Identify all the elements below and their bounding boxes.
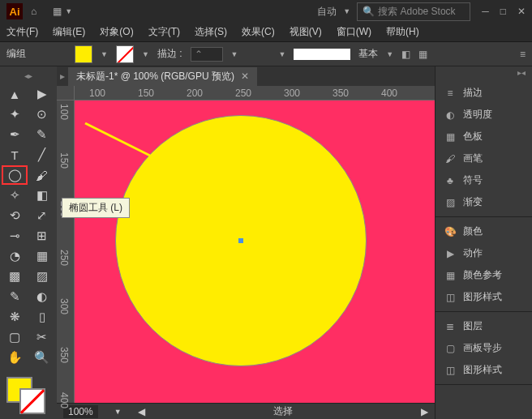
panel-layers[interactable]: ≣图层: [435, 315, 532, 337]
type-tool[interactable]: T: [2, 145, 28, 165]
menu-edit[interactable]: 编辑(E): [53, 25, 85, 39]
document-tab[interactable]: 未标题-1* @ 100% (RGB/GPU 预览) ✕: [68, 67, 257, 86]
zoom-tool[interactable]: 🔍: [29, 348, 55, 367]
tab-close-icon[interactable]: ✕: [241, 71, 249, 82]
vertical-ruler: 100 150 200 250 300 350 400: [57, 100, 75, 403]
nav-prev-icon[interactable]: ◀: [138, 406, 145, 417]
menu-type[interactable]: 文字(T): [148, 25, 180, 39]
selection-tool[interactable]: ▲: [2, 84, 28, 104]
panel-actions[interactable]: ▶动作: [435, 242, 532, 264]
menu-file[interactable]: 文件(F): [6, 25, 38, 39]
color-controls[interactable]: [0, 374, 57, 414]
search-stock-input[interactable]: 🔍搜索 Adobe Stock: [357, 2, 470, 21]
column-graph-tool[interactable]: ▯: [29, 307, 55, 327]
blend-tool[interactable]: ◐: [29, 287, 55, 306]
free-transform-tool[interactable]: ⊞: [29, 226, 55, 246]
panel-artboards[interactable]: ▢画板导步: [435, 337, 532, 359]
panel-symbols[interactable]: ♣符号: [435, 169, 532, 191]
menu-view[interactable]: 视图(V): [290, 25, 322, 39]
expand-panels-icon[interactable]: ▸: [57, 71, 68, 82]
graphic-styles-2-icon: ◫: [444, 365, 457, 376]
eyedropper-tool[interactable]: ✎: [2, 287, 28, 306]
status-tool-label: 选择: [273, 404, 293, 418]
artboards-panel-icon: ▢: [444, 343, 457, 354]
menu-select[interactable]: 选择(S): [195, 25, 227, 39]
fill-color-swatch[interactable]: [75, 45, 92, 63]
arrange-docs-button[interactable]: ▦ ▼: [53, 6, 72, 17]
style-icon[interactable]: ▦: [418, 49, 427, 60]
panel-brushes[interactable]: 🖌画笔: [435, 148, 532, 169]
shape-builder-tool[interactable]: ◔: [2, 246, 28, 266]
lasso-tool[interactable]: ⊙: [29, 105, 55, 124]
brush-definition-box[interactable]: [294, 49, 350, 60]
nav-next-icon[interactable]: ▶: [421, 406, 428, 417]
home-icon[interactable]: ⌂: [31, 6, 36, 17]
center-anchor-point[interactable]: [238, 238, 243, 243]
color-panel-icon: 🎨: [444, 226, 457, 237]
close-button[interactable]: ✕: [517, 6, 526, 17]
stroke-color-swatch[interactable]: [116, 45, 134, 63]
menu-effect[interactable]: 效果(C): [242, 25, 275, 39]
perspective-tool[interactable]: ▦: [29, 246, 55, 266]
tools-panel: ◂▸ ▲ ▶ ✦ ⊙ ✒ ✎ T ╱ ◯ 🖌 ✧ ◧ ⟲ ⤢ ⊸ ⊞ ◔ ▦ ▩…: [0, 66, 57, 419]
symbol-sprayer-tool[interactable]: ❋: [2, 307, 28, 327]
panels-collapse-icon[interactable]: ▸◂: [435, 66, 532, 79]
panel-transparency[interactable]: ◐透明度: [435, 104, 532, 126]
stroke-weight-dropdown[interactable]: ▼: [231, 50, 238, 58]
pen-tool[interactable]: ✒: [2, 125, 28, 144]
brushes-panel-icon: 🖌: [444, 153, 457, 165]
gradient-panel-icon: ▨: [444, 197, 457, 208]
menu-object[interactable]: 对象(O): [100, 25, 133, 39]
workspace-label[interactable]: 自动: [317, 5, 337, 19]
eraser-tool[interactable]: ◧: [29, 186, 55, 205]
panel-gradient[interactable]: ▨渐变: [435, 191, 532, 213]
maximize-button[interactable]: □: [500, 6, 506, 17]
graphic-styles-panel-icon: ◫: [444, 292, 457, 303]
menu-help[interactable]: 帮助(H): [386, 25, 419, 39]
direct-selection-tool[interactable]: ▶: [29, 84, 55, 104]
stroke-dropdown-icon[interactable]: ▼: [142, 50, 149, 58]
shaper-tool[interactable]: ✧: [2, 186, 28, 205]
scale-tool[interactable]: ⤢: [29, 206, 55, 225]
selection-type-label: 编组: [6, 47, 26, 61]
document-tab-title: 未标题-1* @ 100% (RGB/GPU 预览): [76, 70, 234, 83]
swatches-panel-icon: ▦: [444, 131, 457, 143]
panel-color-guide[interactable]: ▦颜色参考: [435, 264, 532, 286]
right-panels: ▸◂ ≡描边 ◐透明度 ▦色板 🖌画笔 ♣符号 ▨渐变 🎨颜色 ▶动作 ▦颜色参…: [435, 66, 532, 419]
rotate-tool[interactable]: ⟲: [2, 206, 28, 225]
curvature-tool[interactable]: ✎: [29, 125, 55, 144]
layers-panel-icon: ≣: [444, 321, 457, 332]
paintbrush-tool[interactable]: 🖌: [29, 165, 55, 185]
stroke-color-box[interactable]: [19, 388, 45, 414]
magic-wand-tool[interactable]: ✦: [2, 105, 28, 124]
symbols-panel-icon: ♣: [444, 175, 457, 186]
artboard-tool[interactable]: ▢: [2, 327, 28, 347]
toolbar-collapse-icon[interactable]: ◂▸: [0, 71, 57, 83]
fill-dropdown-icon[interactable]: ▼: [101, 50, 108, 58]
gradient-tool[interactable]: ▨: [29, 267, 55, 286]
transparency-panel-icon: ◐: [444, 109, 457, 121]
menu-window[interactable]: 窗口(W): [337, 25, 371, 39]
color-guide-panel-icon: ▦: [444, 270, 457, 281]
panel-swatches[interactable]: ▦色板: [435, 126, 532, 148]
opacity-icon[interactable]: ◧: [401, 49, 410, 60]
stroke-weight-input[interactable]: ⌃: [191, 47, 223, 62]
minimize-button[interactable]: ─: [482, 6, 489, 17]
hand-tool[interactable]: ✋: [2, 348, 28, 367]
ellipse-tool[interactable]: ◯: [2, 165, 28, 185]
panel-graphic-styles-2[interactable]: ◫图形样式: [435, 359, 532, 381]
panel-graphic-styles[interactable]: ◫图形样式: [435, 286, 532, 308]
annotation-arrow: [81, 119, 219, 200]
line-tool[interactable]: ╱: [29, 145, 55, 165]
slice-tool[interactable]: ✂: [29, 327, 55, 347]
variable-width-dropdown[interactable]: ▼: [278, 50, 285, 58]
align-icon[interactable]: ≡: [520, 49, 526, 60]
brush-basic-label: 基本: [358, 47, 378, 61]
stroke-label: 描边 :: [157, 47, 182, 61]
width-tool[interactable]: ⊸: [2, 226, 28, 246]
mesh-tool[interactable]: ▩: [2, 267, 28, 286]
search-icon: 🔍: [363, 6, 375, 17]
panel-stroke[interactable]: ≡描边: [435, 82, 532, 104]
brush-dropdown[interactable]: ▼: [386, 50, 393, 58]
panel-color[interactable]: 🎨颜色: [435, 220, 532, 242]
